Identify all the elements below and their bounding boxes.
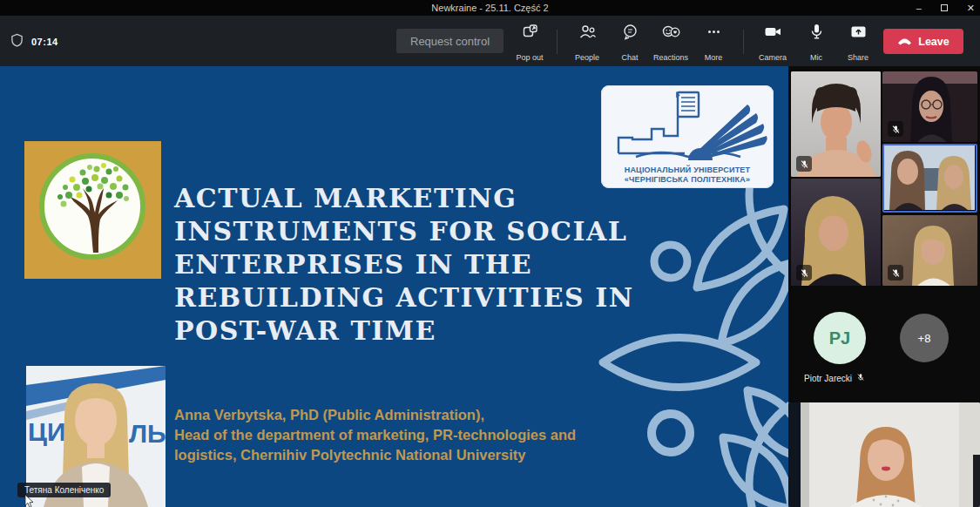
participant-video[interactable] — [791, 179, 881, 286]
participant-video[interactable] — [882, 71, 977, 142]
title-bar: Newkraine - 25.11. Część 2 – ✕ — [0, 0, 980, 16]
shared-screen[interactable]: НАЦІОНАЛЬНИЙ УНІВЕРСИТЕТ «ЧЕРНІГІВСЬКА П… — [0, 66, 788, 507]
people-button[interactable]: People — [564, 24, 610, 62]
mouse-cursor-icon — [24, 495, 35, 507]
muted-mic-icon — [888, 265, 903, 281]
mic-label: Mic — [810, 53, 822, 62]
more-button[interactable]: More — [691, 24, 736, 62]
toolbar-divider — [743, 30, 744, 54]
participant-video-active[interactable] — [882, 144, 977, 213]
chat-button[interactable]: Chat — [607, 24, 652, 62]
speaker-line: logistics, Chernihiv Polytechnic Nationa… — [174, 445, 576, 465]
camera-button[interactable]: Camera — [750, 24, 795, 62]
people-label: People — [575, 53, 599, 62]
request-control-button[interactable]: Request control — [396, 29, 504, 53]
more-label: More — [705, 53, 723, 62]
share-label: Share — [848, 53, 868, 62]
popout-button[interactable]: Pop out — [507, 24, 552, 62]
people-icon — [578, 24, 597, 44]
participant-video[interactable] — [882, 215, 977, 286]
window-title: Newkraine - 25.11. Część 2 — [431, 3, 548, 13]
participant-name-label: Piotr Jarecki — [804, 373, 900, 383]
share-button[interactable]: Share — [835, 24, 881, 62]
close-icon[interactable]: ✕ — [967, 0, 975, 16]
overflow-count: +8 — [918, 332, 931, 345]
meeting-toolbar: 07:14 Request control Pop out People Cha… — [0, 16, 980, 66]
svg-text:ЛЬ: ЛЬ — [129, 419, 166, 448]
muted-mic-icon — [796, 265, 812, 281]
chat-icon — [622, 24, 639, 44]
window-controls: – ✕ — [916, 0, 975, 16]
audio-participants-row: PJ +8 Piotr Jarecki — [788, 287, 980, 401]
slide-title-line: INSTRUMENTS FOR SOCIAL — [174, 215, 634, 248]
leave-button[interactable]: Leave — [883, 29, 963, 54]
shield-icon — [10, 33, 24, 51]
reactions-button[interactable]: Reactions — [648, 24, 693, 62]
mic-button[interactable]: Mic — [794, 24, 839, 62]
slide-title-line: ENTERPRISES IN THE — [174, 248, 634, 281]
leave-label: Leave — [918, 36, 949, 48]
leave-phone-icon — [897, 36, 912, 48]
muted-mic-icon — [888, 121, 903, 137]
muted-mic-icon — [856, 373, 865, 383]
popout-label: Pop out — [516, 53, 543, 62]
reactions-icon — [661, 24, 681, 44]
mic-icon — [810, 24, 823, 44]
maximize-icon[interactable] — [941, 4, 948, 11]
avatar[interactable]: PJ — [814, 312, 866, 364]
slide-title-line: ACTUAL MARKETING — [174, 182, 634, 215]
camera-icon — [764, 24, 782, 44]
university-logo-graphic — [601, 85, 774, 164]
reactions-label: Reactions — [653, 53, 688, 62]
slide-title: ACTUAL MARKETING INSTRUMENTS FOR SOCIAL … — [174, 182, 634, 348]
chat-label: Chat — [621, 53, 638, 62]
university-name-line1: НАЦІОНАЛЬНИЙ УНІВЕРСИТЕТ — [601, 166, 774, 174]
slide-title-line: POST-WAR TIME — [174, 314, 634, 348]
tree-icon — [48, 160, 139, 254]
participant-video[interactable] — [791, 71, 881, 177]
popout-icon — [522, 24, 538, 44]
participant-name: Piotr Jarecki — [804, 374, 852, 383]
speaker-info: Anna Verbytska, PhD (Public Administrati… — [174, 405, 576, 465]
more-icon — [706, 24, 722, 44]
participants-panel: PJ +8 Piotr Jarecki — [788, 66, 980, 507]
meeting-timer-group: 07:14 — [10, 33, 58, 51]
tree-logo — [24, 141, 161, 279]
muted-mic-icon — [796, 156, 812, 172]
share-icon — [850, 24, 867, 44]
meeting-timer: 07:14 — [31, 37, 58, 47]
avatar-initials: PJ — [829, 328, 850, 348]
speaker-line: Anna Verbytska, PhD (Public Administrati… — [174, 405, 576, 425]
participant-video[interactable] — [788, 402, 980, 507]
svg-text:ЦИ: ЦИ — [28, 417, 65, 446]
teams-window: Newkraine - 25.11. Część 2 – ✕ 07:14 Req… — [0, 0, 980, 507]
university-logo: НАЦІОНАЛЬНИЙ УНІВЕРСИТЕТ «ЧЕРНІГІВСЬКА П… — [601, 85, 774, 188]
speaker-line: Head of the department of marketing, PR-… — [174, 425, 576, 445]
minimize-icon[interactable]: – — [916, 0, 922, 16]
slide-title-line: REBUILDING ACTIVITIES IN — [174, 281, 634, 314]
toolbar-divider — [557, 30, 558, 54]
overflow-participants-badge[interactable]: +8 — [900, 314, 949, 362]
camera-label: Camera — [759, 53, 787, 62]
